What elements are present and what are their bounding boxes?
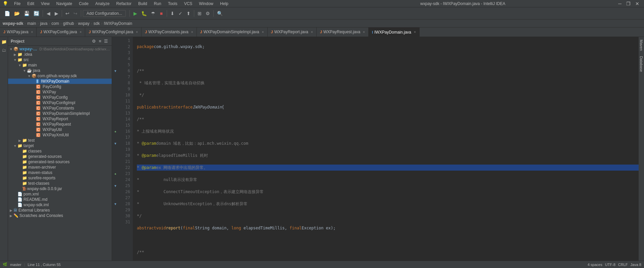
close-tab-wxpayrequest[interactable]: × <box>363 30 365 34</box>
tree-item-generated-sources[interactable]: ▶ 📁 generated-sources <box>8 154 112 159</box>
menu-view[interactable]: View <box>38 1 52 7</box>
stop-button[interactable]: ■ <box>158 9 165 18</box>
tree-item-readme[interactable]: ▶ 📄 README.md <box>8 197 112 202</box>
vcs-commit-button[interactable]: ✓ <box>177 9 184 18</box>
menu-window[interactable]: Window <box>196 1 216 7</box>
close-tab-wxpayconstants[interactable]: × <box>191 30 193 34</box>
tree-item-WXPayXmlUtil[interactable]: ▶ C WXPayXmlUtil <box>8 132 112 138</box>
new-file-button[interactable]: 📄 <box>3 9 12 18</box>
tab-wxpayreport[interactable]: J WXPayReport.java × <box>268 28 317 37</box>
implement-marker-16[interactable]: ● <box>112 128 119 134</box>
close-tab-wxpayconfigimpl[interactable]: × <box>136 30 138 34</box>
menu-analyze[interactable]: Analyze <box>93 1 112 7</box>
close-tab-wxpaydomainsimpleimpl[interactable]: × <box>262 30 264 34</box>
tree-item-java[interactable]: ▼ ☕ java <box>8 68 112 73</box>
bc-sdk[interactable]: sdk <box>94 21 100 26</box>
tree-item-WXPayConfigImpl[interactable]: ▶ C WXPayConfigImpl <box>8 100 112 105</box>
status-branch[interactable]: master <box>10 263 21 267</box>
menu-tools[interactable]: Tools <box>165 1 180 7</box>
sync-button[interactable]: 🔄 <box>32 9 41 18</box>
tab-iwxpaydomain[interactable]: I IWXPayDomain.java × <box>369 28 420 37</box>
bc-main[interactable]: main <box>27 21 36 26</box>
database-label[interactable]: Database <box>639 53 644 75</box>
debug-button[interactable]: 🐛 <box>140 9 149 18</box>
tree-item-scratches[interactable]: ▶ ✏️ Scratches and Consoles <box>8 213 112 218</box>
left-icon-1[interactable]: 📁 <box>0 38 8 45</box>
terminal-button[interactable]: ⊞ <box>196 9 203 18</box>
restore-button[interactable]: ❐ <box>624 1 633 6</box>
run-button[interactable]: ▶ <box>131 9 139 18</box>
tree-item-classes[interactable]: ▶ 📁 classes <box>8 148 112 154</box>
undo-button[interactable]: ↩ <box>64 9 71 18</box>
sidebar-gear-button[interactable]: ⚙ <box>91 38 97 44</box>
tab-wxpayrequest[interactable]: J WXPayRequest.java × <box>317 28 369 37</box>
tree-item-package[interactable]: ▼ 📦 com.github.wxpay.sdk <box>8 73 112 79</box>
menu-code[interactable]: Code <box>76 1 91 7</box>
menu-file[interactable]: File <box>11 1 23 7</box>
tree-item-jar[interactable]: ▶ 🗜 wxpay-sdk-3.0.9.jar <box>8 186 112 191</box>
tree-item-main[interactable]: ▼ 📁 main <box>8 62 112 68</box>
menu-edit[interactable]: Edit <box>24 1 37 7</box>
tree-item-WXPayConstants[interactable]: ▶ C WXPayConstants <box>8 105 112 111</box>
save-button[interactable]: 💾 <box>22 9 31 18</box>
tree-item-idea[interactable]: ▶ 📁 .idea <box>8 52 112 57</box>
close-tab-wxpayconfig[interactable]: × <box>80 30 82 34</box>
fold-marker-28[interactable]: ▼ <box>112 201 119 207</box>
close-button[interactable]: ✕ <box>633 1 641 6</box>
bc-file[interactable]: IWXPayDomain <box>104 21 132 26</box>
menu-vcs[interactable]: VCS <box>181 1 195 7</box>
search-everywhere-button[interactable]: 🔍 <box>215 9 224 18</box>
tree-item-maven-status[interactable]: ▶ 📁 maven-status <box>8 170 112 175</box>
status-line-sep[interactable]: CRLF <box>618 263 628 267</box>
back-button[interactable]: ◀ <box>45 9 52 18</box>
close-tab-wxpayreport[interactable]: × <box>311 30 313 34</box>
minimize-button[interactable]: ─ <box>616 1 624 6</box>
run-with-coverage-button[interactable]: ☂ <box>149 9 157 18</box>
tree-item-WXPayRequest[interactable]: ▶ C WXPayRequest <box>8 122 112 127</box>
tab-wxpaydomainsimpleimpl[interactable]: J WXPayDomainSimpleImpl.java × <box>197 28 268 37</box>
tab-wxpayconfigimpl[interactable]: J WXPayConfigImpl.java × <box>85 28 142 37</box>
sidebar-settings-button[interactable]: ☰ <box>103 38 109 44</box>
tree-item-test[interactable]: ▶ 📁 test <box>8 138 112 143</box>
left-icon-2[interactable]: 🗂 <box>1 47 7 54</box>
bc-com[interactable]: com <box>51 21 59 26</box>
vcs-push-button[interactable]: ⬆ <box>185 9 192 18</box>
maven-label[interactable]: Maven <box>639 37 644 53</box>
forward-button[interactable]: ▶ <box>53 9 60 18</box>
tab-wxpayconstants[interactable]: J WXPayConstants.java × <box>142 28 197 37</box>
tree-item-test-classes[interactable]: ▶ 📁 test-classes <box>8 181 112 186</box>
redo-button[interactable]: ↪ <box>72 9 79 18</box>
run-tasks-button[interactable]: ⚙ <box>204 9 212 18</box>
open-button[interactable]: 📂 <box>12 9 21 18</box>
fold-marker-18[interactable]: ▼ <box>112 140 119 146</box>
tree-item-surefire-reports[interactable]: ▶ 📁 surefire-reports <box>8 175 112 181</box>
menu-navigate[interactable]: Navigate <box>54 1 75 7</box>
tree-item-wxpay-sdk[interactable]: ▼ 📦 wxpay-sdk D:\BaiduNetdiskDownload\wx… <box>8 46 112 52</box>
status-spaces[interactable]: 4 spaces <box>588 263 602 267</box>
code-content[interactable]: package com.github.wxpay.sdk; /** * 域名管理… <box>133 37 639 261</box>
tree-item-src[interactable]: ▼ 📁 src <box>8 57 112 62</box>
menu-run[interactable]: Run <box>151 1 164 7</box>
tree-item-WXPay[interactable]: ▶ C WXPay <box>8 89 112 95</box>
add-config-button[interactable]: Add Configuration... <box>83 10 126 17</box>
bc-java[interactable]: java <box>40 21 47 26</box>
bc-github[interactable]: github <box>63 21 74 26</box>
implement-marker-23[interactable]: ● <box>112 171 119 177</box>
fold-marker-25[interactable]: ▼ <box>112 183 119 189</box>
tree-item-external-libs[interactable]: ▶ 🏛 External Libraries <box>8 208 112 213</box>
menu-help[interactable]: Help <box>217 1 231 7</box>
status-encoding[interactable]: UTF-8 <box>605 263 615 267</box>
tab-wxpayconfig[interactable]: J WXPayConfig.java × <box>37 28 85 37</box>
tree-item-WXPayDomainSimpleImpl[interactable]: ▶ C WXPayDomainSimpleImpl <box>8 111 112 116</box>
tree-item-iml[interactable]: ▶ 📄 wxpay-sdk.iml <box>8 202 112 208</box>
tree-item-WXPayReport[interactable]: ▶ C WXPayReport <box>8 116 112 122</box>
tree-item-pom[interactable]: ▶ 📄 pom.xml <box>8 191 112 197</box>
tree-item-WXPayConfig[interactable]: ▶ C WXPayConfig <box>8 95 112 100</box>
tree-item-IWXPayDomain[interactable]: ▶ I IWXPayDomain <box>8 79 112 84</box>
vcs-update-button[interactable]: ⬇ <box>169 9 176 18</box>
tree-item-generated-test-sources[interactable]: ▶ 📁 generated-test-sources <box>8 159 112 165</box>
bc-wxpay[interactable]: wxpay <box>78 21 90 26</box>
menu-build[interactable]: Build <box>136 1 150 7</box>
tree-item-maven-archiver[interactable]: ▶ 📁 maven-archiver <box>8 165 112 170</box>
project-label[interactable]: wxpay-sdk <box>3 21 23 26</box>
